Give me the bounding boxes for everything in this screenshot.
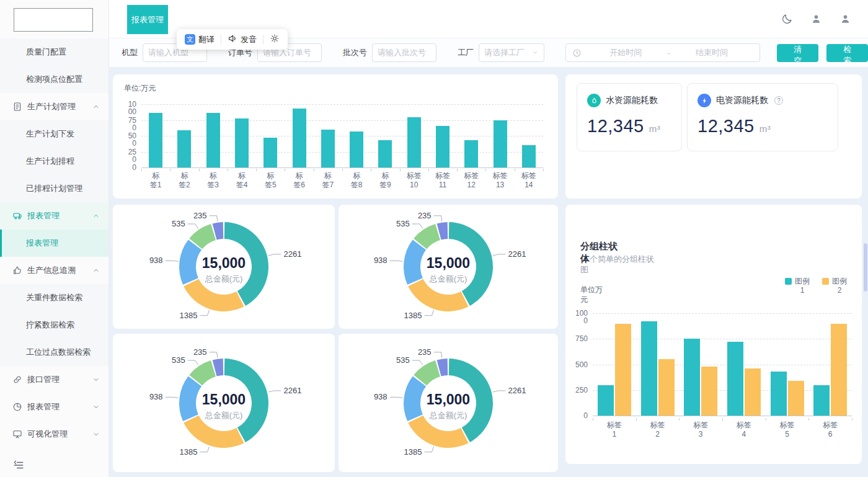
pie-slice[interactable] [404, 239, 426, 285]
date-range-picker[interactable]: 开始时间 - 结束时间 [565, 43, 760, 62]
y-axis-tick: 0 [573, 412, 588, 419]
bar[interactable] [464, 140, 478, 167]
x-axis-label: 标签 11 [428, 171, 457, 190]
pie-slice[interactable] [404, 376, 426, 421]
clear-button[interactable]: 清空 [777, 44, 818, 62]
grouped-bar-s2[interactable] [701, 367, 717, 416]
x-axis-tick [593, 418, 593, 421]
user-icon[interactable] [839, 13, 852, 25]
x-axis-tick [342, 169, 343, 171]
bar[interactable] [177, 130, 191, 167]
start-time-placeholder[interactable]: 开始时间 [584, 47, 668, 58]
help-icon[interactable]: ? [774, 96, 783, 105]
donut-chart: 2261138593853523515,000总金额(元) [337, 205, 560, 329]
bar[interactable] [407, 117, 421, 167]
x-axis-tick [543, 169, 544, 171]
sidebar-item-1[interactable]: 检测项点位配置 [0, 66, 108, 93]
x-axis-tick [766, 418, 766, 421]
sidebar-item-5[interactable]: 已排程计划管理 [0, 175, 108, 202]
truck-icon [12, 211, 22, 221]
settings-button[interactable] [270, 33, 280, 45]
slice-value-label: 535 [396, 219, 410, 228]
x-axis-label: 标 签1 [141, 171, 170, 190]
logo-placeholder [14, 8, 93, 32]
chart-legend: 图例 1图例 2 [785, 277, 847, 295]
chart-unit-label: 单位:万元 [124, 83, 156, 94]
sidebar-item-12[interactable]: 接口管理 [0, 366, 108, 393]
pronounce-button[interactable]: 发音 [228, 33, 257, 45]
moon-icon[interactable] [781, 13, 794, 25]
sidebar-item-13[interactable]: 报表管理 [0, 393, 108, 421]
end-time-placeholder[interactable]: 结束时间 [670, 47, 754, 58]
pie-slice[interactable] [179, 376, 202, 421]
bar[interactable] [321, 130, 335, 167]
slice-value-label: 1385 [180, 311, 198, 320]
legend-item-1[interactable]: 图例 1 [785, 277, 810, 295]
sidebar-item-11[interactable]: 工位过点数据检索 [0, 339, 108, 366]
bar[interactable] [494, 120, 507, 168]
divider [263, 35, 264, 44]
grouped-bar-s2[interactable] [615, 324, 631, 416]
bar[interactable] [350, 132, 363, 167]
sidebar-item-label: 检测项点位配置 [26, 74, 100, 85]
grouped-bar-s1[interactable] [684, 339, 700, 416]
filter-label: 批次号 [343, 47, 367, 58]
pie-slice[interactable] [184, 415, 244, 447]
bar[interactable] [378, 140, 392, 167]
sidebar-item-7[interactable]: 报表管理 [0, 230, 108, 257]
grouped-bar-s1[interactable] [771, 372, 787, 416]
translate-button[interactable]: 文 翻译 [185, 34, 215, 45]
bar[interactable] [149, 113, 162, 167]
grouped-bar-s2[interactable] [745, 368, 761, 416]
slice-value-label: 535 [172, 355, 185, 365]
pie-slice[interactable] [408, 279, 468, 311]
bar[interactable] [522, 145, 536, 167]
sidebar-item-2[interactable]: 生产计划管理 [0, 93, 108, 120]
x-axis-label: 标 签5 [256, 171, 285, 190]
sidebar-item-10[interactable]: 拧紧数据检索 [0, 311, 108, 339]
label-leader-line [425, 447, 434, 452]
bar[interactable] [264, 138, 277, 167]
x-axis-tick [808, 418, 809, 421]
chart-unit-label: 单位万 元 [580, 285, 603, 305]
x-axis-tick [314, 169, 314, 171]
kpi-unit: m³ [760, 123, 771, 134]
grouped-bar-s1[interactable] [641, 321, 657, 416]
sidebar-item-3[interactable]: 生产计划下发 [0, 120, 108, 148]
sidebar-item-14[interactable]: 可视化管理 [0, 421, 108, 448]
filter-input-2[interactable]: 请输入批次号 [372, 43, 436, 62]
grouped-bar-chart-card: 分组柱状体个简单的分组柱状 图单位万 元图例 1图例 2025050075010… [565, 205, 862, 464]
pie-slice[interactable] [184, 279, 244, 311]
legend-item-2[interactable]: 图例 2 [822, 277, 847, 295]
grouped-bar-s2[interactable] [831, 324, 847, 416]
factory-select[interactable]: 请选择工厂 [479, 43, 544, 62]
label-leader-line [493, 254, 506, 256]
bar[interactable] [293, 109, 306, 167]
grouped-bar-s2[interactable] [658, 359, 675, 416]
sidebar-item-0[interactable]: 质量门配置 [0, 38, 108, 66]
x-axis-tick [256, 169, 257, 171]
sidebar-item-4[interactable]: 生产计划排程 [0, 148, 108, 175]
bar[interactable] [235, 118, 249, 167]
grouped-bar-s2[interactable] [788, 381, 804, 416]
sidebar-item-9[interactable]: 关重件数据检索 [0, 284, 108, 311]
pie-slice[interactable] [408, 415, 468, 447]
x-axis-label: 标签 5 [766, 421, 809, 439]
tab-report-management[interactable]: 报表管理 [127, 5, 168, 34]
scrollbar-thumb[interactable] [864, 243, 867, 292]
pie-slice[interactable] [179, 239, 202, 285]
grouped-bar-s1[interactable] [813, 385, 830, 416]
bar[interactable] [436, 126, 450, 167]
y-axis-tick: 500 [573, 361, 588, 368]
grouped-bar-s1[interactable] [727, 342, 743, 416]
sidebar-collapse-icon[interactable] [12, 460, 25, 471]
link-icon [12, 375, 22, 385]
sidebar-item-8[interactable]: 生产信息追溯 [0, 257, 108, 284]
user-icon[interactable] [810, 13, 823, 25]
grouped-bar-s1[interactable] [598, 385, 614, 416]
bar[interactable] [206, 113, 220, 167]
kpi-value: 12,345m³ [587, 116, 671, 136]
search-button[interactable]: 检索 [826, 44, 868, 62]
sidebar-item-label: 可视化管理 [27, 429, 89, 440]
sidebar-item-6[interactable]: 报表管理 [0, 202, 108, 230]
